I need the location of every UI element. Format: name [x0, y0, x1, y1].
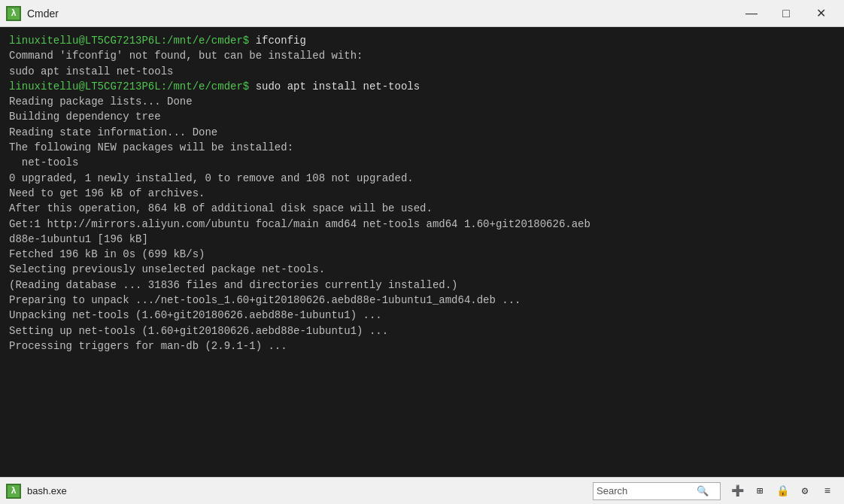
- prompt-text: linuxitellu@LT5CG7213P6L:/mnt/e/cmder$: [9, 80, 256, 93]
- lock-icon[interactable]: 🔒: [772, 481, 793, 502]
- maximize-button[interactable]: □: [769, 0, 803, 27]
- terminal-line: After this operation, 864 kB of addition…: [9, 201, 835, 216]
- settings-icon[interactable]: ⚙: [794, 481, 815, 502]
- split-icon[interactable]: ⊞: [749, 481, 770, 502]
- terminal-line: d88e-1ubuntu1 [196 kB]: [9, 232, 835, 247]
- terminal-line: Selecting previously unselected package …: [9, 262, 835, 277]
- terminal-line: Preparing to unpack .../net-tools_1.60+g…: [9, 293, 835, 308]
- add-tab-icon[interactable]: ➕: [727, 481, 748, 502]
- terminal-line: Processing triggers for man-db (2.9.1-1)…: [9, 339, 835, 354]
- terminal-line: (Reading database ... 31836 files and di…: [9, 278, 835, 293]
- command-text: sudo apt install net-tools: [256, 80, 420, 93]
- terminal-line: Get:1 http://mirrors.aliyun.com/ubuntu f…: [9, 217, 835, 232]
- search-icon[interactable]: 🔍: [694, 483, 711, 499]
- search-input[interactable]: [597, 485, 694, 496]
- terminal-line: sudo apt install net-tools: [9, 64, 835, 79]
- window-controls: — □ ✕: [734, 0, 838, 27]
- titlebar: λ Cmder — □ ✕: [0, 0, 844, 27]
- command-text: ifconfig: [256, 35, 306, 47]
- terminal-line: 0 upgraded, 1 newly installed, 0 to remo…: [9, 171, 835, 186]
- terminal-line: Setting up net-tools (1.60+git20180626.a…: [9, 323, 835, 339]
- terminal-line: Fetched 196 kB in 0s (699 kB/s): [9, 247, 835, 262]
- terminal-line: Reading package lists... Done: [9, 94, 835, 109]
- terminal-line: linuxitellu@LT5CG7213P6L:/mnt/e/cmder$ i…: [9, 33, 835, 48]
- terminal-line: Unpacking net-tools (1.60+git20180626.ae…: [9, 308, 835, 323]
- terminal-line: linuxitellu@LT5CG7213P6L:/mnt/e/cmder$ s…: [9, 79, 835, 94]
- terminal-line: The following NEW packages will be insta…: [9, 140, 835, 155]
- prompt-text: linuxitellu@LT5CG7213P6L:/mnt/e/cmder$: [9, 35, 256, 47]
- toolbar-icons: ➕ ⊞ 🔒 ⚙ ≡: [727, 481, 838, 502]
- process-label: bash.exe: [27, 485, 67, 496]
- bottom-app-icon: λ: [6, 484, 21, 499]
- terminal-line: Building dependency tree: [9, 109, 835, 124]
- minimize-button[interactable]: —: [734, 0, 769, 27]
- terminal-line: Need to get 196 kB of archives.: [9, 186, 835, 201]
- terminal-line: Reading state information... Done: [9, 125, 835, 140]
- window-title: Cmder: [27, 8, 734, 20]
- scroll-icon[interactable]: ≡: [817, 481, 838, 502]
- terminal-line: Command 'ifconfig' not found, but can be…: [9, 48, 835, 63]
- app-icon: λ: [6, 6, 21, 21]
- close-button[interactable]: ✕: [803, 0, 838, 27]
- terminal-line: net-tools: [9, 155, 835, 170]
- terminal-output: linuxitellu@LT5CG7213P6L:/mnt/e/cmder$ i…: [0, 27, 844, 477]
- bottom-bar: λ bash.exe 🔍 ➕ ⊞ 🔒 ⚙ ≡: [0, 477, 844, 504]
- search-box[interactable]: 🔍: [593, 482, 721, 500]
